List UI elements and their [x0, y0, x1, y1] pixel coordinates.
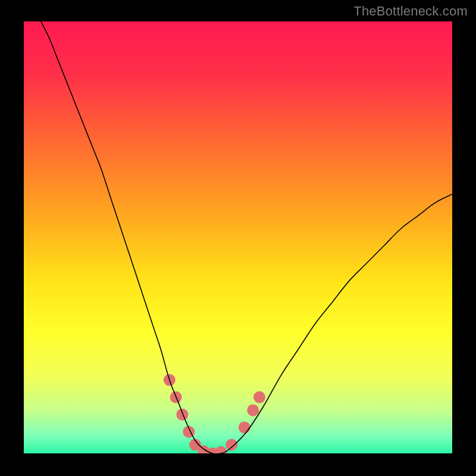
chart-svg [24, 21, 452, 453]
plot-background [24, 21, 452, 453]
highlight-dot [247, 404, 259, 416]
chart-frame: TheBottleneck.com [0, 0, 476, 476]
highlight-dot [239, 421, 250, 433]
highlight-dot [176, 409, 188, 421]
watermark-text: TheBottleneck.com [353, 4, 468, 19]
plot-area [24, 21, 452, 453]
highlight-dot [253, 392, 265, 403]
highlight-dot [226, 439, 237, 450]
